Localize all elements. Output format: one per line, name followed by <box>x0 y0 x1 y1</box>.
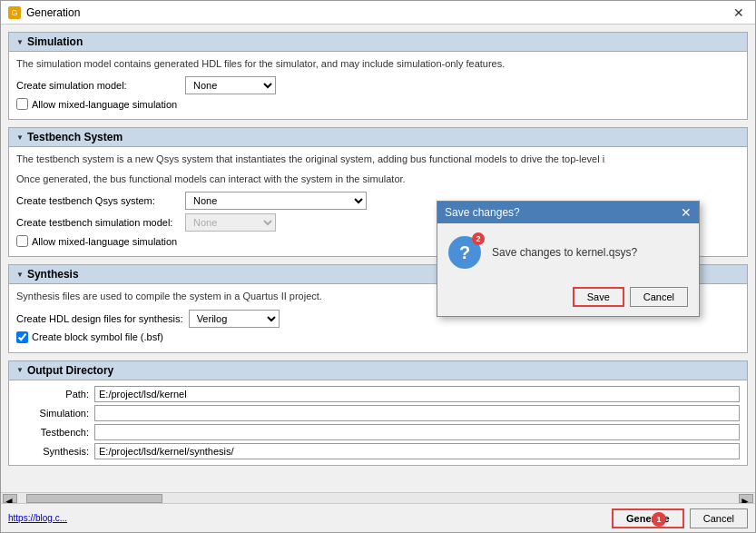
modal-question-icon: ? 2 <box>448 236 481 269</box>
modal-body: ? 2 Save changes to kernel.qsys? <box>437 223 699 281</box>
modal-badge: 2 <box>472 232 485 245</box>
modal-icon-char: ? <box>459 242 470 263</box>
modal-close-button[interactable]: ✕ <box>681 206 692 219</box>
modal-footer: Save Cancel <box>437 281 699 316</box>
modal-message: Save changes to kernel.qsys? <box>492 246 637 259</box>
modal-title: Save changes? <box>445 206 520 219</box>
main-window: G Generation ✕ Simulation The simulation… <box>0 0 756 533</box>
modal-overlay: Save changes? ✕ ? 2 Save changes to kern… <box>1 1 755 532</box>
save-dialog: Save changes? ✕ ? 2 Save changes to kern… <box>437 201 700 317</box>
modal-save-button[interactable]: Save <box>573 287 624 307</box>
modal-cancel-button[interactable]: Cancel <box>630 287 688 307</box>
modal-title-bar: Save changes? ✕ <box>437 202 699 223</box>
